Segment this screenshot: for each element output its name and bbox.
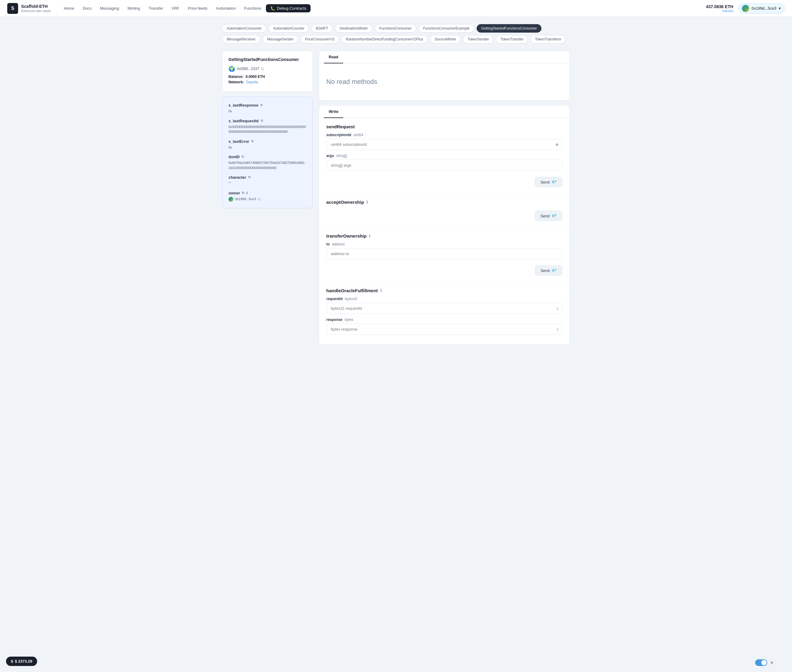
owner-info-icon[interactable]: ℹ	[246, 191, 248, 195]
nav-home[interactable]: Home	[60, 4, 78, 12]
request-id-input[interactable]	[326, 303, 562, 314]
eth-balance: 437.0836 ETH Sepolia	[706, 4, 733, 13]
tab-automation-consumer[interactable]: AutomationConsumer	[222, 24, 266, 33]
tab-functions-consumer-example[interactable]: FunctionsConsumerExample	[419, 24, 474, 33]
left-panel: GettingStartedFunctionsConsumer 🌍 0xf3B5…	[222, 51, 313, 208]
transfer-ownership-name: transferOwnership	[326, 234, 366, 238]
nav-vrf[interactable]: VRF	[168, 4, 183, 12]
content-grid: GettingStartedFunctionsConsumer 🌍 0xf3B5…	[222, 51, 570, 345]
s-last-response-label: s_lastResponse	[229, 103, 258, 107]
state-don-id: donID ↻ 0x66756e2d657468657265756d2d7365…	[229, 155, 306, 170]
s-last-request-id-refresh-icon[interactable]: ↻	[261, 119, 263, 123]
tab-destination-minter[interactable]: DestinationMinter	[335, 24, 372, 33]
write-section-tabs: Write	[319, 106, 570, 118]
send-icon-2: 💎	[552, 213, 557, 218]
main-content: AutomationConsumer AutomationCounter BGN…	[215, 17, 577, 352]
tab-random-number[interactable]: RandomNumberDirectFundingConsumerV2Plus	[341, 35, 428, 43]
debug-contracts-button[interactable]: 🐛 Debug Contracts	[266, 4, 310, 12]
tab-message-sender[interactable]: MessageSender	[262, 35, 298, 43]
function-transfer-ownership: transferOwnership ℹ to address	[319, 227, 570, 282]
args-input[interactable]	[326, 160, 562, 171]
accept-ownership-info-icon[interactable]: ℹ	[366, 200, 368, 204]
s-last-response-value: 0x	[229, 109, 306, 114]
character-label: character	[229, 175, 246, 180]
contract-tabs: AutomationConsumer AutomationCounter BGN…	[222, 24, 570, 43]
transfer-to-input[interactable]	[326, 248, 562, 259]
read-tab[interactable]: Read	[324, 51, 343, 63]
accept-ownership-button[interactable]: Send 💎	[535, 211, 562, 221]
owner-refresh-icon[interactable]: ↻	[242, 191, 245, 195]
contract-address-row: 🌍 0xf3B5...0337 ⧉	[229, 66, 306, 72]
nav-transfer[interactable]: Transfer	[145, 4, 166, 12]
subscription-id-input[interactable]	[326, 139, 562, 150]
function-accept-ownership: acceptOwnership ℹ Send 💎	[319, 194, 570, 227]
transfer-ownership-button[interactable]: Send 💎	[535, 266, 562, 276]
tab-price-consumer[interactable]: PriceConsumerV3	[300, 35, 339, 43]
network-link[interactable]: Sepolia	[246, 80, 258, 84]
nav-minting[interactable]: Minting	[124, 4, 144, 12]
tab-token-sender[interactable]: TokenSender	[463, 35, 493, 43]
handle-oracle-info-icon[interactable]: ℹ	[380, 288, 382, 293]
nav-pricefeeds[interactable]: Price feeds	[184, 4, 211, 12]
nav-docs[interactable]: Docs	[79, 4, 95, 12]
transfer-ownership-info-icon[interactable]: ℹ	[369, 234, 370, 238]
s-last-error-refresh-icon[interactable]: ↻	[251, 139, 254, 143]
main-nav: Home Docs Messaging Minting Transfer VRF…	[60, 4, 699, 12]
read-section: Read No read methods	[319, 51, 570, 101]
character-refresh-icon[interactable]: ↻	[248, 175, 251, 179]
tab-message-receiver[interactable]: MessageReceiver	[222, 35, 260, 43]
tab-getting-started[interactable]: GettingStartedFunctionsConsumer	[477, 24, 541, 33]
don-id-label: donID	[229, 155, 240, 159]
nav-automation[interactable]: Automation	[212, 4, 239, 12]
eth-amount: 437.0836 ETH	[706, 4, 733, 9]
logo-icon: S	[7, 3, 18, 14]
tab-source-minter[interactable]: SourceMinter	[430, 35, 461, 43]
send-request-button[interactable]: Send 💎	[535, 177, 562, 187]
s-last-request-id-value: 0x00000000000000000000000000000000000000…	[229, 124, 306, 134]
copy-address-icon[interactable]: ⧉	[261, 67, 264, 71]
nav-messaging[interactable]: Messaging	[97, 4, 123, 12]
wallet-button[interactable]: 0x199d...5ce3 ▾	[738, 3, 785, 14]
response-input[interactable]	[326, 324, 562, 335]
app-name: Scaffold-ETH	[21, 4, 50, 9]
state-s-last-request-id: s_lastRequestId ↻ 0x00000000000000000000…	[229, 118, 306, 134]
logo: S Scaffold-ETH Ethereum dev stack	[7, 3, 50, 14]
tab-token-transfer[interactable]: TokenTransfer	[496, 35, 528, 43]
s-last-response-refresh-icon[interactable]: ↻	[260, 103, 263, 107]
wallet-address: 0x199d...5ce3	[752, 6, 776, 11]
function-send-request: sendRequest subscriptionId uint64 ✱	[319, 118, 570, 194]
send-icon: 💎	[552, 180, 557, 184]
don-id-value: 0x66756e2d657468657265756d2d7365706f6c69…	[229, 160, 306, 170]
to-param: to address	[326, 242, 562, 259]
header-right: 437.0836 ETH Sepolia 0x199d...5ce3 ▾	[706, 3, 785, 14]
right-panel: Read No read methods Write sendRequest s…	[319, 51, 570, 345]
handle-oracle-name: handleOracleFulfillment	[326, 288, 378, 293]
write-section: Write sendRequest subscriptionId uint64	[319, 106, 570, 345]
nav-functions[interactable]: Functions	[240, 4, 265, 12]
don-id-refresh-icon[interactable]: ↻	[242, 155, 244, 159]
tab-automation-counter[interactable]: AutomationCounter	[269, 24, 309, 33]
contract-address-text: 0xf3B5...0337	[237, 67, 259, 71]
owner-avatar	[229, 197, 233, 202]
subscription-id-param: subscriptionId uint64 ✱	[326, 133, 562, 150]
tab-bgnft[interactable]: BGNFT	[311, 24, 333, 33]
write-tab[interactable]: Write	[324, 106, 343, 118]
s-last-error-value: 0x	[229, 145, 306, 150]
request-id-param: requestId bytes32 #	[326, 297, 562, 314]
wallet-avatar	[742, 5, 749, 12]
character-value: ""	[229, 181, 306, 186]
s-last-error-label: s_lastError	[229, 139, 249, 144]
state-character: character ↻ ""	[229, 175, 306, 186]
contract-avatar: 🌍	[229, 66, 235, 72]
tab-functions-consumer[interactable]: FunctionsConsumer	[375, 24, 416, 33]
state-s-last-error: s_lastError ↻ 0x	[229, 139, 306, 150]
required-icon: ✱	[555, 142, 559, 147]
no-read-methods: No read methods	[319, 63, 570, 100]
owner-copy-icon[interactable]: ⧉	[258, 197, 261, 202]
accept-ownership-name: acceptOwnership	[326, 200, 364, 205]
send-icon-3: 💎	[552, 268, 557, 273]
tab-token-transferor[interactable]: TokenTransferor	[530, 35, 566, 43]
app-subtitle: Ethereum dev stack	[21, 9, 50, 13]
bug-icon: 🐛	[270, 6, 275, 11]
contract-name: GettingStartedFunctionsConsumer	[229, 57, 306, 62]
